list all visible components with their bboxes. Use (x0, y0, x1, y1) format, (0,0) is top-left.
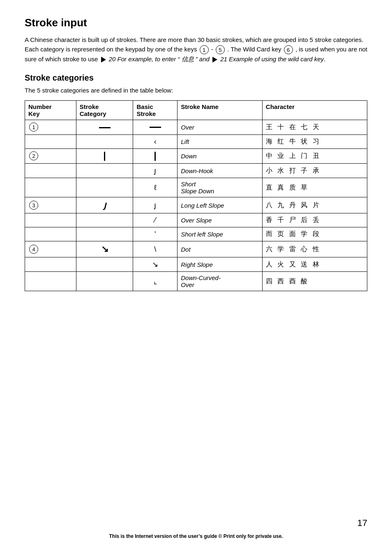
col-header-number-key: NumberKey (25, 100, 76, 120)
table-basic-stroke-cell: ↘ (133, 257, 178, 272)
table-key-cell: 2 (25, 148, 76, 164)
table-key-cell (25, 178, 76, 197)
wildcard-text: . The Wild Card key (227, 46, 281, 53)
table-category-cell (76, 227, 133, 241)
table-stroke-name-cell: Right Slope (178, 257, 263, 272)
table-stroke-name-cell: Down-Hook (178, 164, 263, 178)
table-key-cell (25, 134, 76, 148)
table-category-cell: ↘ (76, 241, 133, 257)
table-basic-stroke-cell: ‹ (133, 134, 178, 148)
table-category-cell: ȷ (76, 197, 133, 213)
table-stroke-name-cell: Over Slope (178, 213, 263, 227)
table-basic-stroke-cell: ȷ (133, 197, 178, 213)
table-basic-stroke-cell (133, 120, 178, 134)
table-character-cell: 王 十 在 七 天 (262, 120, 367, 134)
table-character-cell: 而 页 面 学 段 (262, 227, 367, 241)
table-key-cell (25, 227, 76, 241)
table-category-cell (76, 120, 133, 134)
table-character-cell: 人 火 又 送 林 (262, 257, 367, 272)
table-basic-stroke-cell: ℓ (133, 178, 178, 197)
table-stroke-name-cell: ShortSlope Down (178, 178, 263, 197)
table-character-cell: 四 西 酉 酸 (262, 272, 367, 291)
table-category-cell (76, 272, 133, 291)
table-key-cell: 4 (25, 241, 76, 257)
table-category-cell (76, 134, 133, 148)
table-key-cell (25, 257, 76, 272)
page-number: 17 (357, 518, 367, 528)
stroke-table: NumberKey StrokeCategory BasicStroke Str… (25, 100, 367, 292)
table-stroke-name-cell: Long Left Slope (178, 197, 263, 213)
table-stroke-name-cell: Short left Slope (178, 227, 263, 241)
table-category-cell (76, 148, 133, 164)
table-key-cell (25, 272, 76, 291)
table-key-cell (25, 213, 76, 227)
key-badge-5: 5 (216, 45, 225, 54)
key-badge-6: 6 (284, 45, 293, 54)
table-stroke-name-cell: Dot (178, 241, 263, 257)
table-category-cell (76, 164, 133, 178)
col-header-stroke-category: StrokeCategory (76, 100, 133, 120)
table-category-cell (76, 178, 133, 197)
section2-desc: The 5 stroke categories are defined in t… (25, 87, 367, 94)
table-basic-stroke-cell: ‘ (133, 227, 178, 241)
col-header-stroke-name: Stroke Name (178, 100, 263, 120)
table-key-cell (25, 164, 76, 178)
table-character-cell: 直 真 质 草 (262, 178, 367, 197)
table-basic-stroke-cell: ⌞ (133, 272, 178, 291)
table-category-cell (76, 213, 133, 227)
ref2-text: 21 Example of using the wild card key (220, 56, 324, 63)
table-character-cell: 八 九 丹 风 片 (262, 197, 367, 213)
table-stroke-name-cell: Over (178, 120, 263, 134)
table-basic-stroke-cell: \ (133, 241, 178, 257)
table-key-cell: 1 (25, 120, 76, 134)
col-header-character: Character (262, 100, 367, 120)
section2-title: Stroke categories (25, 73, 367, 83)
table-character-cell: 六 学 雷 心 性 (262, 241, 367, 257)
table-character-cell: 小 水 打 子 承 (262, 164, 367, 178)
table-stroke-name-cell: Down (178, 148, 263, 164)
table-character-cell: 香 千 尸 后 丢 (262, 213, 367, 227)
arrow-icon-2 (212, 57, 217, 63)
table-basic-stroke-cell: ȷ (133, 164, 178, 178)
table-category-cell (76, 257, 133, 272)
table-character-cell: 海 红 牛 状 习 (262, 134, 367, 148)
ref1-text: 20 For example, to enter “ 信息 ” and (109, 56, 210, 63)
table-stroke-name-cell: Down-Curved-Over (178, 272, 263, 291)
table-stroke-name-cell: Lift (178, 134, 263, 148)
key-badge-1: 1 (200, 45, 209, 54)
table-key-cell: 3 (25, 197, 76, 213)
col-header-basic-stroke: BasicStroke (133, 100, 178, 120)
table-basic-stroke-cell: ∕ (133, 213, 178, 227)
footer-text: This is the Internet version of the user… (0, 533, 392, 539)
table-character-cell: 中 业 上 门 丑 (262, 148, 367, 164)
intro-paragraph: A Chinese character is built up of strok… (25, 35, 367, 64)
arrow-icon-1 (101, 57, 106, 63)
page-title: Stroke input (25, 16, 367, 29)
table-basic-stroke-cell (133, 148, 178, 164)
